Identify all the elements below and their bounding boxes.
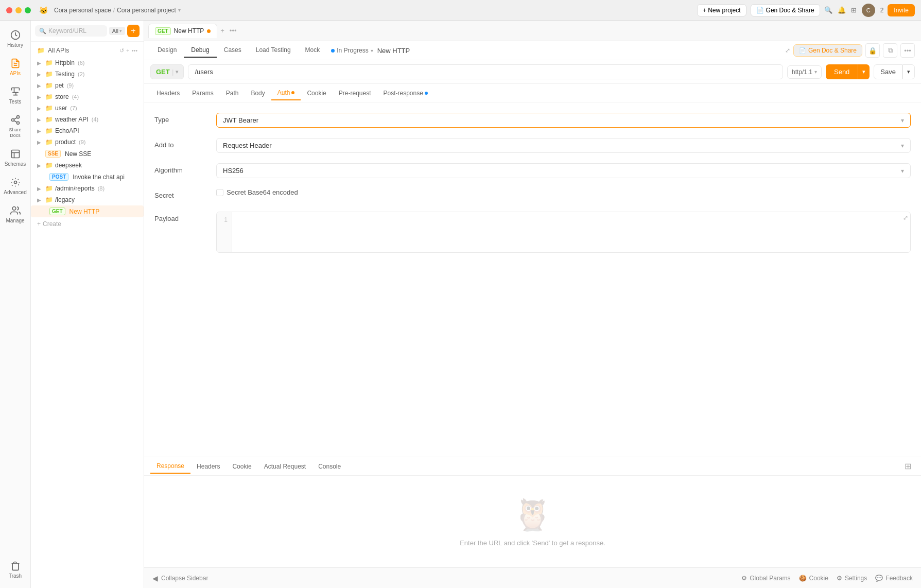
secret-base64-row: Secret Base64 encoded	[216, 188, 911, 196]
algorithm-dropdown[interactable]: HS256 ▾	[216, 163, 911, 178]
cookie-button[interactable]: 🍪 Cookie	[799, 575, 828, 582]
sidebar-item-trash[interactable]: Trash	[2, 556, 29, 584]
tab-design[interactable]: Design	[150, 43, 184, 58]
type-dropdown[interactable]: JWT Bearer ▾	[216, 113, 911, 128]
tree-item-product[interactable]: ▶ 📁 product (9)	[31, 136, 144, 148]
line-numbers: 1	[217, 212, 232, 252]
sidebar-item-share-docs[interactable]: Share Docs	[2, 110, 29, 144]
auth-add-to-row: Add to Request Header ▾	[154, 138, 911, 153]
method-select[interactable]: GET | ▾	[150, 64, 184, 79]
tree-item-pet[interactable]: ▶ 📁 pet (9)	[31, 80, 144, 91]
tree-item-legacy[interactable]: ▶ 📁 /legacy	[31, 194, 144, 205]
sidebar-item-manage[interactable]: Manage	[2, 200, 29, 229]
feedback-button[interactable]: 💬 Feedback	[875, 575, 913, 582]
tree-item-echoapi[interactable]: ▶ 📁 EchoAPI	[31, 125, 144, 136]
auth-algorithm-label: Algorithm	[154, 163, 216, 174]
search-icon[interactable]: 🔍	[824, 6, 832, 14]
breadcrumb-project[interactable]: Cora personal project ▾	[117, 7, 181, 14]
invite-button[interactable]: Invite	[888, 4, 915, 16]
gen-doc-share-button[interactable]: 📄 Gen Doc & Share	[751, 4, 820, 16]
auth-tab-cookie[interactable]: Cookie	[301, 87, 332, 100]
secret-base64-checkbox[interactable]	[216, 189, 223, 196]
tree-item-testing[interactable]: ▶ 📁 Testing (2)	[31, 68, 144, 80]
layout-icon[interactable]: ⊞	[851, 6, 857, 14]
auth-tab-path[interactable]: Path	[220, 87, 245, 100]
create-row[interactable]: + Create	[31, 217, 144, 231]
main-layout: History APIs Tests Share Docs Schemas Ad…	[0, 21, 921, 588]
plus-icon[interactable]: +	[126, 47, 129, 54]
share-docs-icon	[10, 115, 21, 125]
auth-tab-postresponse[interactable]: Post-response	[377, 87, 434, 100]
more-icon[interactable]: •••	[131, 47, 137, 54]
filter-all-tag[interactable]: All ▾	[109, 27, 125, 35]
add-api-button[interactable]: +	[127, 25, 140, 37]
more-options-button[interactable]: •••	[900, 43, 915, 58]
auth-tab-prerequest[interactable]: Pre-request	[333, 87, 377, 100]
status-badge[interactable]: In Progress ▾	[337, 47, 373, 54]
response-tab-cookie[interactable]: Cookie	[226, 460, 257, 473]
payload-editor: 1 ⤢	[216, 212, 911, 253]
tree-item-invoke-chat[interactable]: POST Invoke the chat api	[31, 171, 144, 183]
refresh-icon[interactable]: ↺	[119, 47, 124, 54]
auth-tab-auth[interactable]: Auth	[271, 86, 301, 100]
tree-item-weather-api[interactable]: ▶ 📁 weather API (4)	[31, 114, 144, 125]
tab-more-button[interactable]: •••	[228, 25, 239, 37]
breadcrumb-space[interactable]: Cora personal space	[54, 7, 111, 14]
response-tab-headers[interactable]: Headers	[190, 460, 226, 473]
bell-icon[interactable]: 🔔	[838, 6, 846, 14]
tab-debug[interactable]: Debug	[184, 43, 216, 58]
tree-item-httpbin[interactable]: ▶ 📁 Httpbin (6)	[31, 57, 144, 68]
auth-tab-body[interactable]: Body	[245, 87, 271, 100]
response-tab-actual-request[interactable]: Actual Request	[258, 460, 312, 473]
add-to-dropdown[interactable]: Request Header ▾	[216, 138, 911, 153]
layout-toggle-button[interactable]: ⊞	[900, 459, 915, 474]
response-tab-console[interactable]: Console	[312, 460, 347, 473]
global-params-button[interactable]: ⚙ Global Params	[741, 575, 790, 582]
auth-tab-params[interactable]: Params	[186, 87, 219, 100]
copy-icon-button[interactable]: ⧉	[883, 43, 897, 58]
settings-button[interactable]: ⚙ Settings	[837, 575, 867, 582]
request-title: New HTTP	[377, 47, 410, 55]
sidebar-item-apis[interactable]: APIs	[2, 53, 29, 81]
tab-load-testing[interactable]: Load Testing	[249, 43, 298, 58]
lock-icon-button[interactable]: 🔒	[865, 43, 880, 58]
tab-new-http[interactable]: GET New HTTP	[148, 24, 217, 38]
collapse-icon[interactable]: ⤢	[785, 47, 790, 54]
tab-mock[interactable]: Mock	[298, 43, 327, 58]
maximize-button[interactable]	[25, 7, 31, 13]
send-dropdown-button[interactable]: ▾	[858, 64, 870, 79]
auth-tab-headers[interactable]: Headers	[150, 87, 186, 100]
http-version-select[interactable]: http/1.1 ▾	[787, 65, 822, 79]
search-bar[interactable]: 🔍 Keyword/URL	[35, 25, 107, 37]
file-sidebar: 🔍 Keyword/URL All ▾ + 📁 All APIs ↺ + •••	[31, 21, 144, 588]
tree-item-new-http[interactable]: GET New HTTP	[31, 205, 144, 217]
tree-item-sse[interactable]: SSE New SSE	[31, 148, 144, 160]
sidebar-item-schemas[interactable]: Schemas	[2, 144, 29, 172]
tree-item-deepseek[interactable]: ▶ 📁 deepseek	[31, 160, 144, 171]
sidebar-item-history[interactable]: History	[2, 25, 29, 53]
send-button[interactable]: Send	[826, 64, 858, 79]
url-input[interactable]	[188, 64, 783, 79]
new-project-button[interactable]: + New project	[697, 4, 746, 16]
save-button[interactable]: Save	[874, 64, 902, 79]
expand-icon[interactable]: ⤢	[903, 214, 908, 221]
tab-add-button[interactable]: +	[218, 25, 227, 37]
minimize-button[interactable]	[15, 7, 22, 13]
response-tab-response[interactable]: Response	[150, 459, 190, 474]
sidebar-item-advanced[interactable]: Advanced	[2, 172, 29, 200]
payload-textarea[interactable]	[232, 212, 910, 252]
gen-doc-link-button[interactable]: 📄 Gen Doc & Share	[793, 44, 862, 57]
sidebar-item-tests[interactable]: Tests	[2, 81, 29, 110]
bottom-bar: ◀ Collapse Sidebar ⚙ Global Params 🍪 Coo…	[144, 567, 921, 588]
close-button[interactable]	[6, 7, 12, 13]
tree-item-admin-reports[interactable]: ▶ 📁 /admin/reports (8)	[31, 183, 144, 194]
get-badge: GET	[49, 207, 65, 215]
collapse-sidebar-button[interactable]: ◀ Collapse Sidebar	[152, 574, 208, 582]
response-section: Response Headers Cookie Actual Request C…	[144, 457, 921, 567]
tab-cases[interactable]: Cases	[217, 43, 249, 58]
tree-item-user[interactable]: ▶ 📁 user (7)	[31, 102, 144, 114]
avatar[interactable]: C	[862, 4, 875, 17]
tree-item-store[interactable]: ▶ 📁 store (4)	[31, 91, 144, 102]
save-dropdown-button[interactable]: ▾	[902, 64, 915, 79]
method-label: GET	[156, 68, 170, 76]
